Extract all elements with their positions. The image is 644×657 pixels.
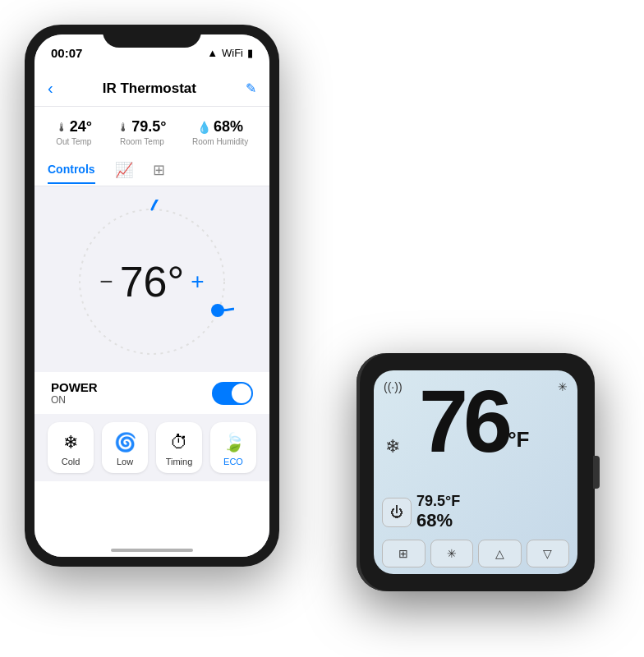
thermo-snowflake-icon: ❄ xyxy=(385,436,400,457)
toggle-knob xyxy=(232,384,251,403)
thermo-up-button[interactable]: △ xyxy=(478,540,522,567)
room-temp-stat: 🌡 79.5° Room Temp xyxy=(117,118,166,146)
phone: 00:07 ▲ WiFi ▮ ‹ IR Thermostat ✎ � xyxy=(25,25,279,567)
nav-title: IR Thermostat xyxy=(103,80,196,97)
sub-humidity-value: 68% xyxy=(416,510,460,531)
eco-label: ECO xyxy=(223,457,243,466)
up-icon: △ xyxy=(495,547,504,560)
status-time: 00:07 xyxy=(51,46,82,60)
eco-icon: 🍃 xyxy=(223,432,245,453)
dial-center: − 76° + xyxy=(99,257,204,306)
timing-label: Timing xyxy=(166,457,193,466)
main-temp-unit: °F xyxy=(508,427,529,452)
out-temp-value: 24° xyxy=(70,118,92,136)
tab-grid-icon[interactable]: ⊞ xyxy=(153,161,165,186)
timing-mode-button[interactable]: ⏱ Timing xyxy=(156,422,202,473)
humidity-icon: 💧 xyxy=(197,121,211,134)
increase-button[interactable]: + xyxy=(191,269,204,295)
sub-readings: 79.5°F 68% xyxy=(416,493,460,531)
out-temp-label: Out Temp xyxy=(56,137,91,146)
cold-mode-button[interactable]: ❄ Cold xyxy=(48,422,94,473)
thermo-grid-button[interactable]: ⊞ xyxy=(382,540,426,567)
notch xyxy=(103,25,201,48)
thermo-power-button[interactable]: ⏻ xyxy=(382,498,412,527)
power-status: ON xyxy=(51,394,98,406)
phone-screen: 00:07 ▲ WiFi ▮ ‹ IR Thermostat ✎ � xyxy=(34,34,269,557)
main-temp-display: 76°F xyxy=(419,377,529,466)
thermostat-device: ((·)) ✳ ❄ 76°F ⏻ 79.5°F 68% xyxy=(356,353,595,591)
dial-container: − 76° + xyxy=(70,200,234,364)
main-temp-value: 76 xyxy=(419,371,508,471)
wifi-icon: WiFi xyxy=(222,47,243,59)
down-icon: ▽ xyxy=(543,547,552,560)
scene: 00:07 ▲ WiFi ▮ ‹ IR Thermostat ✎ � xyxy=(0,0,644,657)
thermometer2-icon: 🌡 xyxy=(117,121,129,134)
timer-icon: ⏱ xyxy=(170,432,188,453)
stats-row: 🌡 24° Out Temp 🌡 79.5° Room Temp xyxy=(34,107,269,154)
power-toggle[interactable] xyxy=(212,382,253,405)
thermometer-icon: 🌡 xyxy=(56,121,67,134)
thermo-fan-icon: ✳ xyxy=(558,380,568,393)
thermo-bottom-buttons: ⊞ ✳ △ ▽ xyxy=(382,540,569,567)
phone-content: 🌡 24° Out Temp 🌡 79.5° Room Temp xyxy=(34,107,269,557)
cold-label: Cold xyxy=(62,457,80,466)
humidity-label: Room Humidity xyxy=(192,137,248,146)
low-label: Low xyxy=(117,457,133,466)
room-temp-label: Room Temp xyxy=(120,137,164,146)
power-title: POWER xyxy=(51,380,98,394)
thermo-mid-row: ⏻ 79.5°F 68% xyxy=(382,493,460,531)
thermo-fan-button[interactable]: ✳ xyxy=(430,540,474,567)
edit-button[interactable]: ✎ xyxy=(246,80,256,96)
humidity-stat: 💧 68% Room Humidity xyxy=(192,118,248,146)
out-temp-stat: 🌡 24° Out Temp xyxy=(56,118,92,146)
decrease-button[interactable]: − xyxy=(99,269,113,295)
mode-buttons: ❄ Cold 🌀 Low ⏱ Timing 🍃 ECO xyxy=(34,414,269,481)
side-button[interactable] xyxy=(593,456,600,489)
grid-icon: ⊞ xyxy=(398,547,408,560)
battery-icon: ▮ xyxy=(247,47,253,59)
sub-temp-value: 79.5°F xyxy=(416,493,460,510)
back-button[interactable]: ‹ xyxy=(48,79,53,98)
signal-icon: ▲ xyxy=(207,47,218,59)
tab-chart-icon[interactable]: 📈 xyxy=(115,161,133,186)
thermo-fan2-icon: ✳ xyxy=(447,547,457,560)
power-labels: POWER ON xyxy=(51,380,98,406)
home-bar xyxy=(111,549,193,552)
thermo-wifi-icon: ((·)) xyxy=(384,380,402,393)
tab-controls[interactable]: Controls xyxy=(48,163,95,184)
fan-icon: 🌀 xyxy=(114,432,136,453)
room-temp-value: 79.5° xyxy=(131,118,166,136)
power-row: POWER ON xyxy=(34,372,269,414)
tabs-row: Controls 📈 ⊞ xyxy=(34,154,269,186)
power-icon: ⏻ xyxy=(390,505,403,520)
humidity-value: 68% xyxy=(214,118,243,136)
dial-temperature: 76° xyxy=(120,257,185,306)
low-mode-button[interactable]: 🌀 Low xyxy=(102,422,148,473)
status-icons: ▲ WiFi ▮ xyxy=(207,47,253,59)
thermostat-screen: ((·)) ✳ ❄ 76°F ⏻ 79.5°F 68% xyxy=(374,370,577,574)
nav-bar: ‹ IR Thermostat ✎ xyxy=(34,71,269,107)
eco-mode-button[interactable]: 🍃 ECO xyxy=(210,422,256,473)
dial-section: − 76° + xyxy=(34,186,269,372)
snowflake-icon: ❄ xyxy=(63,432,78,453)
thermo-down-button[interactable]: ▽ xyxy=(527,540,570,567)
svg-point-1 xyxy=(211,304,224,317)
